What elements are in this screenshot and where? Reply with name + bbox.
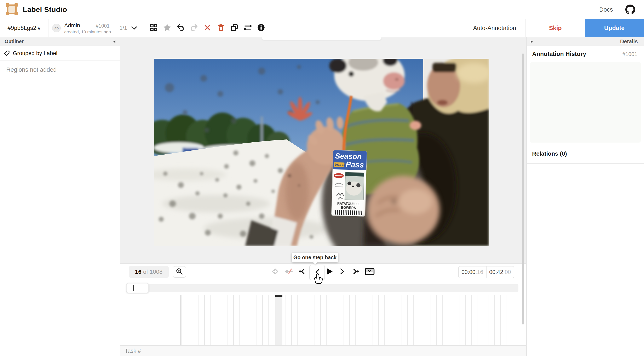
annotation-created: created, 19 minutes ago <box>64 30 111 34</box>
annotation-pager: 1/1 <box>120 19 127 37</box>
outliner-panel: Outliner Grouped by Label Regions not ad… <box>0 37 120 356</box>
annotator-name: Admin <box>64 22 80 29</box>
zoom-in-icon <box>176 268 183 276</box>
tooltip-go-one-step-back: Go one step back <box>292 252 338 262</box>
video-player[interactable]: Season Pass 2011-12 RATATOUILLE BOWERS <box>154 59 489 246</box>
chevron-right-icon <box>339 268 346 276</box>
outliner-title: Outliner <box>4 37 24 46</box>
app-header: Label Studio Docs <box>0 0 644 19</box>
grid-view-button[interactable] <box>149 23 159 33</box>
redo-button[interactable] <box>189 23 199 33</box>
auto-annotation-label: Auto-Annotation <box>473 19 516 37</box>
info-button[interactable] <box>256 23 266 33</box>
timeline-collapse-button[interactable] <box>364 267 375 276</box>
relations-title: Relations (0) <box>532 150 567 157</box>
current-time: 00:00 <box>462 269 476 276</box>
frame-counter-input[interactable]: 16 of 1008 <box>129 266 169 278</box>
close-icon <box>204 24 211 32</box>
timeline-label-column <box>120 295 181 345</box>
toolbar-divider <box>48 19 48 37</box>
label-studio-app: { "app": { "title": "Label Studio", "doc… <box>0 0 644 356</box>
total-time: 00:42 <box>489 269 503 276</box>
sliders-icon <box>244 24 252 32</box>
github-icon[interactable] <box>625 4 635 14</box>
regions-empty-message: Regions not added <box>6 66 56 73</box>
seek-position-marker <box>133 285 134 291</box>
seek-row <box>120 280 526 295</box>
step-back-button[interactable] <box>309 265 325 280</box>
group-by-label-selector[interactable]: Grouped by Label <box>0 46 120 60</box>
skip-button[interactable]: Skip <box>526 19 585 37</box>
next-keyframe-icon <box>352 268 360 276</box>
badge-pass-text: Pass <box>346 160 364 169</box>
docs-link[interactable]: Docs <box>599 0 613 19</box>
keyframe-add-button[interactable] <box>270 267 280 276</box>
timeline-collapse-icon <box>364 267 375 277</box>
collapse-left-icon[interactable] <box>113 40 116 44</box>
collapse-right-icon[interactable] <box>530 40 533 44</box>
zoom-in-button[interactable] <box>173 266 186 278</box>
step-forward-button[interactable] <box>338 267 347 276</box>
undo-icon <box>176 24 184 32</box>
play-button[interactable] <box>325 267 334 276</box>
annotation-id: #1001 <box>96 23 110 29</box>
divider <box>527 146 644 146</box>
chevron-down-icon[interactable] <box>131 26 137 30</box>
undo-button[interactable] <box>176 23 186 33</box>
next-keyframe-button[interactable] <box>351 267 360 276</box>
frame-current: 16 <box>135 268 142 275</box>
info-icon <box>257 24 265 32</box>
player-controls: 16 of 1008 <box>120 264 526 280</box>
timeline <box>120 295 526 345</box>
star-button[interactable] <box>162 23 172 33</box>
settings-button[interactable] <box>243 23 253 33</box>
keyframe-add-icon <box>271 267 279 276</box>
current-time-input[interactable]: 00:00:16 <box>458 266 486 278</box>
main-content: Season Pass 2011-12 RATATOUILLE BOWERS <box>120 37 526 356</box>
label-studio-logo-icon[interactable] <box>6 3 18 15</box>
timeline-playhead-handle[interactable] <box>276 295 282 297</box>
task-number-label: Task # <box>125 346 141 356</box>
details-panel: Details Annotation History #1001 Relatio… <box>526 37 644 356</box>
star-icon <box>163 24 171 32</box>
delete-button[interactable] <box>216 23 226 33</box>
annotation-toolbar: #9pb8Lgs2iv AD Admin #1001 created, 19 m… <box>0 19 644 37</box>
timeline-frames-area[interactable] <box>181 295 518 345</box>
prev-keyframe-button[interactable] <box>298 267 307 276</box>
interpolation-toggle-button[interactable] <box>284 267 294 276</box>
chevron-left-icon <box>314 268 321 277</box>
duplicate-button[interactable] <box>230 23 239 33</box>
frame-of-label: of <box>143 268 148 275</box>
toolbar-divider <box>145 19 145 37</box>
group-by-label-text: Grouped by Label <box>13 46 58 60</box>
badge-name-line1: RATATOUILLE <box>337 202 360 206</box>
update-button[interactable]: Update <box>585 19 644 37</box>
outliner-header: Outliner <box>0 37 120 46</box>
annotator-avatar[interactable]: AD <box>52 24 61 32</box>
vertical-scrollbar[interactable] <box>522 54 524 324</box>
interpolation-disabled-icon <box>284 267 294 276</box>
app-title: Label Studio <box>23 0 67 19</box>
annotation-history-title: Annotation History <box>532 50 586 58</box>
video-stage: Season Pass 2011-12 RATATOUILLE BOWERS <box>120 37 526 264</box>
divider <box>527 163 644 164</box>
total-time-input[interactable]: 00:42:00 <box>486 266 514 278</box>
task-id: #9pb8Lgs2iv <box>0 19 48 37</box>
trash-icon <box>217 24 225 32</box>
timeline-playhead-column[interactable] <box>276 297 282 345</box>
play-icon <box>325 267 334 277</box>
annotation-history-id: #1001 <box>622 51 637 58</box>
seek-track[interactable] <box>126 284 518 292</box>
total-time-frames: :00 <box>503 269 511 276</box>
task-footer: Task # <box>120 345 526 356</box>
details-title: Details <box>620 37 638 46</box>
tooltip-text: Go one step back <box>294 254 336 260</box>
reject-button[interactable] <box>202 23 212 33</box>
annotation-history-empty-box <box>530 62 641 142</box>
prev-keyframe-icon <box>298 268 306 276</box>
duplicate-icon <box>230 24 238 32</box>
floating-panel-edge <box>262 37 382 40</box>
seek-handle[interactable] <box>126 283 149 293</box>
current-time-frames: :16 <box>476 269 484 276</box>
details-header: Details <box>527 37 644 46</box>
